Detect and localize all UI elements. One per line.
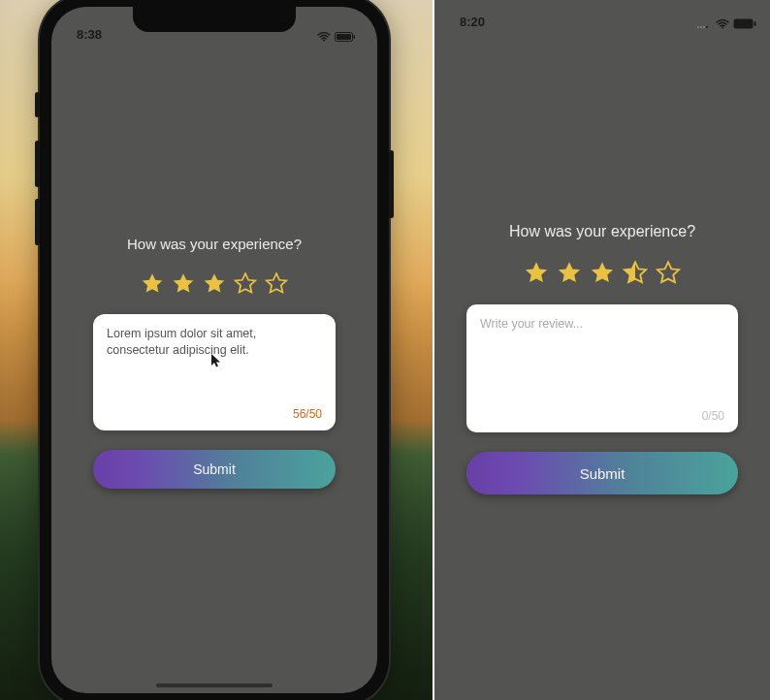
battery-icon [335, 32, 356, 42]
review-title: How was your experience? [509, 223, 695, 240]
svg-rect-9 [734, 19, 754, 29]
status-icons [317, 32, 356, 42]
review-content: How was your experience? 0/50 Submit [434, 29, 770, 494]
star-1[interactable] [523, 260, 550, 287]
review-textarea[interactable] [107, 326, 322, 403]
status-bar: 8:20 [434, 0, 770, 29]
review-textarea[interactable] [480, 316, 724, 405]
phone-mute-switch [35, 92, 40, 117]
char-counter: 0/50 [480, 409, 724, 423]
star-3[interactable] [589, 260, 616, 287]
review-textarea-container: 0/50 [466, 304, 738, 432]
char-counter: 56/50 [107, 407, 322, 421]
status-icons [696, 18, 756, 29]
status-time: 8:20 [460, 15, 485, 29]
star-1[interactable] [140, 271, 165, 297]
star-2[interactable] [556, 260, 583, 287]
star-4[interactable] [233, 271, 258, 297]
phone-volume-up [35, 141, 40, 187]
right-demo-pane: 8:20 How was your experience? [433, 0, 770, 700]
svg-point-8 [722, 26, 723, 28]
wifi-icon [317, 32, 331, 42]
svg-point-0 [323, 40, 325, 42]
review-title: How was your experience? [127, 236, 302, 252]
left-demo-pane: 8:38 How was your experience? [0, 0, 433, 700]
phone-frame: 8:38 How was your experience? [40, 0, 389, 700]
star-4[interactable] [622, 260, 649, 287]
review-content: How was your experience? 56/50 Submit [51, 42, 377, 489]
svg-rect-10 [754, 21, 756, 26]
submit-button[interactable]: Submit [466, 452, 738, 494]
cellular-icon [696, 19, 712, 29]
svg-point-4 [697, 26, 699, 28]
phone-volume-down [35, 199, 40, 245]
star-rating[interactable] [140, 271, 289, 297]
star-rating[interactable] [523, 260, 682, 287]
review-textarea-container: 56/50 [93, 314, 336, 430]
star-3[interactable] [202, 271, 227, 297]
battery-icon [733, 18, 756, 29]
svg-rect-3 [354, 35, 356, 39]
phone-notch [133, 7, 296, 32]
svg-point-6 [703, 26, 705, 28]
svg-rect-2 [337, 34, 351, 40]
star-2[interactable] [171, 271, 196, 297]
phone-power-button [389, 150, 394, 218]
status-time: 8:38 [77, 27, 102, 42]
home-indicator[interactable] [156, 684, 273, 687]
wifi-icon [716, 19, 729, 29]
svg-point-7 [706, 26, 708, 28]
submit-button[interactable]: Submit [93, 450, 336, 489]
star-5[interactable] [655, 260, 682, 287]
star-5[interactable] [264, 271, 289, 297]
svg-point-5 [700, 26, 702, 28]
phone-screen: 8:38 How was your experience? [51, 7, 377, 693]
